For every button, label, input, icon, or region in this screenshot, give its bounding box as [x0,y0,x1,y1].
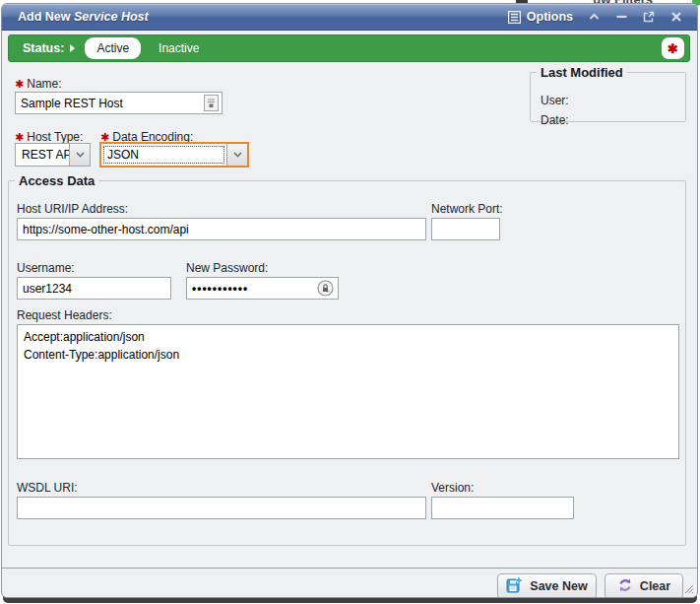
status-active-button[interactable]: Active [85,37,141,59]
host-uri-label: Host URI/IP Address: [17,202,128,216]
status-toggle-bar: Status: Active Inactive ✱ [8,34,690,62]
options-button[interactable]: Options [508,10,573,24]
close-icon[interactable] [669,10,683,24]
options-label: Options [527,10,573,24]
refresh-icon [617,577,633,596]
name-label: ✱Name: [15,77,62,91]
password-label: New Password: [186,261,268,275]
collapse-icon[interactable] [587,10,601,24]
access-data-group: Access Data Host URI/IP Address: Network… [8,173,686,546]
dialog-title: Add New Service Host [2,10,149,24]
required-asterisk: ✱ [15,131,24,143]
expand-text-icon[interactable] [204,95,219,111]
last-modified-date-row: Date: [541,113,569,127]
network-port-input[interactable] [431,218,500,240]
data-encoding-value: JSON [101,144,226,166]
resize-grip[interactable] [682,582,694,594]
clear-button[interactable]: Clear [605,573,683,598]
wsdl-uri-label: WSDL URI: [17,481,78,495]
popout-icon[interactable] [642,10,656,24]
dialog-titlebar[interactable]: Add New Service Host Options [2,4,697,31]
required-fields-badge: ✱ [662,37,684,59]
access-data-legend: Access Data [15,173,98,188]
wsdl-uri-input[interactable] [17,497,426,519]
password-input[interactable] [186,277,339,300]
options-grid-icon [508,10,522,24]
host-type-value: REST API [16,144,69,166]
add-service-host-dialog: Add New Service Host Options [1,3,698,598]
request-headers-textarea[interactable]: Accept:application/json Content-Type:app… [17,324,679,459]
save-new-label: Save New [530,579,587,593]
version-label: Version: [431,481,474,495]
host-uri-input[interactable] [17,218,426,240]
last-modified-legend: Last Modified [537,65,627,80]
network-port-label: Network Port: [431,202,503,216]
last-modified-group: Last Modified User: Date: [530,65,686,122]
required-asterisk: ✱ [15,78,24,90]
data-encoding-select[interactable]: JSON [99,142,249,168]
status-inactive-button[interactable]: Inactive [147,37,211,59]
last-modified-user-row: User: [541,94,569,107]
footer-divider [2,568,697,569]
host-type-select[interactable]: REST API [15,143,91,167]
request-headers-label: Request Headers: [17,308,112,322]
status-label: Status: [23,41,64,55]
save-new-button[interactable]: Save New [497,573,597,598]
name-input[interactable] [15,92,223,114]
clear-label: Clear [640,579,670,593]
chevron-down-icon [69,144,90,166]
username-input[interactable] [17,277,171,300]
host-type-label: ✱Host Type: [15,130,83,144]
save-icon [506,576,523,596]
minimize-icon[interactable] [614,10,628,24]
password-lock-icon[interactable] [317,280,334,300]
chevron-down-icon [226,144,247,166]
status-caret-icon [70,44,75,52]
version-input[interactable] [431,497,574,519]
username-label: Username: [17,261,75,275]
